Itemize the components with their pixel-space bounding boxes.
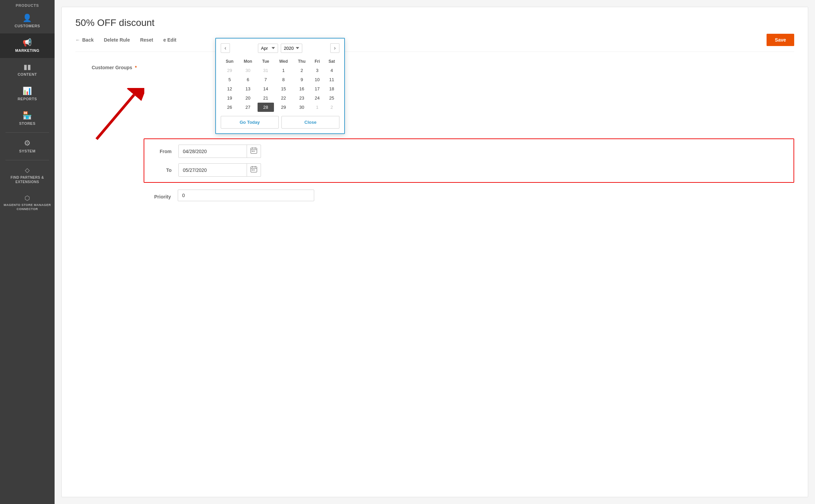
svg-rect-7 bbox=[253, 151, 254, 152]
calendar-day[interactable]: 29 bbox=[274, 103, 293, 112]
calendar-day[interactable]: 1 bbox=[310, 103, 324, 112]
to-date-input-wrap bbox=[178, 163, 261, 177]
priority-row: Priority bbox=[144, 190, 794, 201]
sidebar-item-reports[interactable]: 📊 REPORTS bbox=[0, 82, 55, 106]
calendar-day[interactable]: 31 bbox=[258, 66, 274, 75]
back-button[interactable]: ← Back bbox=[75, 37, 93, 43]
to-calendar-button[interactable] bbox=[247, 164, 261, 176]
sidebar-item-content[interactable]: ▮▮ CONTENT bbox=[0, 58, 55, 82]
calendar-year-select[interactable]: 20182019 202020212022 bbox=[281, 44, 302, 53]
scope-edit-button[interactable]: e Edit bbox=[163, 37, 176, 43]
reset-label: Reset bbox=[140, 37, 153, 43]
calendar-day[interactable]: 23 bbox=[293, 93, 310, 103]
weekday-fri: Fri bbox=[310, 57, 324, 66]
toolbar: ← Back Delete Rule Reset e Edit Save bbox=[75, 34, 794, 52]
sidebar-item-customers[interactable]: 👤 CUSTOMERS bbox=[0, 9, 55, 33]
close-button[interactable]: Close bbox=[281, 116, 339, 129]
calendar-day[interactable]: 24 bbox=[310, 93, 324, 103]
calendar-day[interactable]: 11 bbox=[324, 75, 339, 84]
content-icon: ▮▮ bbox=[24, 63, 31, 70]
go-today-button[interactable]: Go Today bbox=[221, 116, 279, 129]
stores-label: STORES bbox=[19, 121, 35, 125]
connector-label: MAGENTO STORE MANAGER CONNECTOR bbox=[3, 203, 51, 211]
calendar-day[interactable]: 29 bbox=[221, 66, 238, 75]
calendar-next-button[interactable]: › bbox=[330, 43, 339, 53]
calendar-day[interactable]: 25 bbox=[324, 93, 339, 103]
svg-rect-6 bbox=[252, 151, 253, 152]
calendar-day[interactable]: 8 bbox=[274, 75, 293, 84]
partners-label: FIND PARTNERS & EXTENSIONS bbox=[3, 175, 51, 184]
calendar-day[interactable]: 2 bbox=[293, 66, 310, 75]
calendar-month-select[interactable]: JanFebMar AprMayJun JulAugSep OctNovDec bbox=[258, 44, 278, 53]
sidebar-divider bbox=[5, 132, 49, 133]
calendar-day[interactable]: 12 bbox=[221, 84, 238, 93]
to-label: To bbox=[151, 167, 172, 173]
to-date-input[interactable] bbox=[179, 165, 247, 176]
calendar-day[interactable]: 26 bbox=[221, 103, 238, 112]
reset-button[interactable]: Reset bbox=[140, 37, 153, 43]
calendar-day[interactable]: 6 bbox=[238, 75, 257, 84]
sidebar-item-partners[interactable]: ◇ FIND PARTNERS & EXTENSIONS bbox=[0, 162, 55, 190]
calendar-day[interactable]: 30 bbox=[238, 66, 257, 75]
calendar-day[interactable]: 14 bbox=[258, 84, 274, 93]
calendar-day[interactable]: 27 bbox=[238, 103, 257, 112]
products-label: PRODUCTS bbox=[0, 0, 55, 9]
calendar-day[interactable]: 16 bbox=[293, 84, 310, 93]
customers-icon: 👤 bbox=[23, 14, 32, 22]
sidebar-item-marketing[interactable]: 📢 MARKETING bbox=[0, 33, 55, 58]
reports-label: REPORTS bbox=[18, 97, 37, 101]
customer-groups-row: Customer Groups * bbox=[75, 62, 794, 70]
weekday-tue: Tue bbox=[258, 57, 274, 66]
calendar-day[interactable]: 9 bbox=[293, 75, 310, 84]
marketing-label: MARKETING bbox=[15, 48, 39, 53]
calendar-prev-button[interactable]: ‹ bbox=[221, 43, 230, 53]
calendar-day[interactable]: 4 bbox=[324, 66, 339, 75]
weekday-thu: Thu bbox=[293, 57, 310, 66]
marketing-icon: 📢 bbox=[23, 39, 32, 46]
weekday-wed: Wed bbox=[274, 57, 293, 66]
calendar-day[interactable]: 21 bbox=[258, 93, 274, 103]
delete-rule-button[interactable]: Delete Rule bbox=[104, 37, 130, 43]
calendar-day[interactable]: 22 bbox=[274, 93, 293, 103]
customers-label: CUSTOMERS bbox=[15, 24, 40, 28]
save-button[interactable]: Save bbox=[767, 34, 794, 46]
back-arrow-icon: ← bbox=[75, 37, 80, 43]
stores-icon: 🏪 bbox=[23, 112, 32, 119]
calendar-day[interactable]: 28 bbox=[258, 103, 274, 112]
calendar-day[interactable]: 3 bbox=[310, 66, 324, 75]
red-arrow-indicator bbox=[83, 88, 144, 143]
sidebar-divider-2 bbox=[5, 160, 49, 160]
scope-edit-label: e Edit bbox=[163, 37, 176, 43]
to-row: To bbox=[151, 163, 787, 177]
calendar-day[interactable]: 1 bbox=[274, 66, 293, 75]
weekday-mon: Mon bbox=[238, 57, 257, 66]
content-label: CONTENT bbox=[18, 72, 37, 76]
calendar-day[interactable]: 19 bbox=[221, 93, 238, 103]
sidebar-item-system[interactable]: ⚙ SYSTEM bbox=[0, 134, 55, 159]
calendar-day[interactable]: 20 bbox=[238, 93, 257, 103]
delete-rule-label: Delete Rule bbox=[104, 37, 130, 43]
main-area: 50% OFF discount ← Back Delete Rule Rese… bbox=[55, 0, 815, 504]
calendar-day[interactable]: 10 bbox=[310, 75, 324, 84]
calendar-grid: Sun Mon Tue Wed Thu Fri Sat 293031123456… bbox=[221, 57, 339, 112]
sidebar-item-stores[interactable]: 🏪 STORES bbox=[0, 106, 55, 131]
calendar-day[interactable]: 13 bbox=[238, 84, 257, 93]
from-date-input-wrap bbox=[178, 145, 261, 158]
calendar-day[interactable]: 15 bbox=[274, 84, 293, 93]
calendar-day[interactable]: 18 bbox=[324, 84, 339, 93]
system-icon: ⚙ bbox=[24, 139, 31, 147]
priority-input[interactable] bbox=[178, 190, 314, 201]
form-section: Customer Groups * ‹ JanFebMar AprMayJun … bbox=[75, 62, 794, 201]
calendar-icon-2 bbox=[250, 166, 257, 173]
calendar-day[interactable]: 30 bbox=[293, 103, 310, 112]
sidebar-item-connector[interactable]: ⬡ MAGENTO STORE MANAGER CONNECTOR bbox=[0, 190, 55, 217]
back-label: Back bbox=[82, 37, 93, 43]
calendar-icon bbox=[250, 147, 257, 154]
from-calendar-button[interactable] bbox=[247, 145, 261, 158]
weekday-sun: Sun bbox=[221, 57, 238, 66]
calendar-day[interactable]: 7 bbox=[258, 75, 274, 84]
from-date-input[interactable] bbox=[179, 146, 247, 157]
calendar-day[interactable]: 5 bbox=[221, 75, 238, 84]
calendar-day[interactable]: 17 bbox=[310, 84, 324, 93]
calendar-day[interactable]: 2 bbox=[324, 103, 339, 112]
